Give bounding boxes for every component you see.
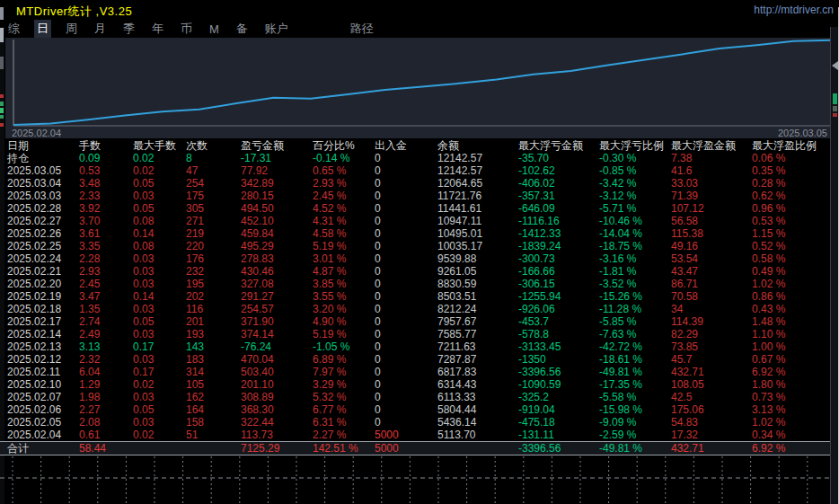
- cell-balance: 5436.14: [437, 416, 518, 429]
- cell-lots: 2.32: [79, 353, 133, 366]
- table-row[interactable]: 2025.02.263.610.14219459.844.58 %010495.…: [5, 227, 832, 240]
- table-row[interactable]: 2025.02.116.040.17314503.407.97 %06817.8…: [5, 366, 832, 378]
- cell-mfl: -926.06: [518, 303, 599, 315]
- cell-pnl: -76.24: [241, 340, 313, 353]
- cell-mfpp: 0.86 %: [752, 290, 832, 303]
- table-row[interactable]: 2025.02.071.980.03162308.895.32 %06113.3…: [5, 391, 832, 403]
- table-row[interactable]: 2025.02.142.490.03193374.145.19 %07585.7…: [5, 328, 832, 340]
- cell-mflp: -3.16 %: [599, 252, 671, 265]
- cell-mfp: 175.06: [671, 403, 752, 416]
- cell-mflp: -15.26 %: [599, 290, 671, 303]
- cell-mfpp: 0.35 %: [752, 164, 832, 177]
- table-row[interactable]: 2025.02.172.740.05201371.904.90 %07957.6…: [5, 315, 832, 328]
- table-row[interactable]: 2025.02.052.080.03158322.446.31 %05436.1…: [5, 416, 832, 429]
- cell-cash: 0: [375, 328, 437, 340]
- cell-max_lots: 0.17: [133, 366, 186, 378]
- header-grid: 日期手数最大手数次数盈亏金额百分比%出入金余额最大浮亏金额最大浮亏比例最大浮盈金…: [5, 139, 832, 152]
- table-row[interactable]: 2025.02.101.290.02105201.103.29 %06314.4…: [5, 378, 832, 391]
- table-row[interactable]: 2025.02.193.470.14202291.273.55 %08503.5…: [5, 290, 832, 303]
- menu-tab-M[interactable]: M: [207, 22, 222, 37]
- cell-max_lots: 0.05: [133, 315, 186, 328]
- menu-tab-周[interactable]: 周: [63, 20, 80, 38]
- table-row[interactable]: 2025.03.043.480.05254342.892.93 %012064.…: [5, 177, 832, 190]
- cell-pnl: 113.73: [241, 429, 313, 441]
- cell-pct: 3.01 %: [313, 252, 375, 265]
- menu-tab-月[interactable]: 月: [92, 20, 109, 38]
- cell-count: 8: [186, 152, 241, 164]
- cell-cash: 0: [375, 265, 437, 278]
- table-row[interactable]: 2025.02.133.130.17143-76.24-1.05 %07211.…: [5, 340, 832, 353]
- website-link[interactable]: http://mtdriver.cn: [754, 4, 834, 16]
- cell-lots: 3.92: [79, 202, 133, 215]
- cell-max_lots: 0.03: [133, 252, 186, 265]
- cell-count: 305: [186, 202, 241, 215]
- menu-tab-综[interactable]: 综: [5, 20, 22, 38]
- menu-tab-日[interactable]: 日: [34, 20, 51, 38]
- bottom-dashed-grid: [0, 455, 839, 504]
- cell-mflp: -18.61 %: [599, 353, 671, 366]
- total-cell-label: 合计: [7, 442, 79, 455]
- total-cell-count: [186, 442, 241, 455]
- column-header[interactable]: 次数: [186, 139, 241, 152]
- menu-tab-年[interactable]: 年: [149, 20, 166, 38]
- app-title: MTDriver统计 ,V3.25: [16, 4, 132, 20]
- cell-pnl: 278.83: [241, 252, 313, 265]
- column-header[interactable]: 百分比%: [313, 139, 375, 152]
- cell-balance: 7211.63: [437, 340, 518, 353]
- total-cell-pnl: 7125.29: [241, 442, 313, 455]
- column-header[interactable]: 盈亏金额: [241, 139, 313, 152]
- table-row[interactable]: 2025.02.062.270.05164368.306.77 %05804.4…: [5, 403, 832, 416]
- cell-pnl: 77.92: [241, 164, 313, 177]
- table-row[interactable]: 2025.03.032.330.03175280.152.45 %011721.…: [5, 190, 832, 202]
- cell-mfp: 54.83: [671, 416, 752, 429]
- table-row[interactable]: 2025.02.253.350.08220495.295.19 %010035.…: [5, 240, 832, 252]
- table-row[interactable]: 持仓0.090.028-17.31-0.14 %012142.57-35.70-…: [5, 152, 832, 164]
- cell-lots: 6.04: [79, 366, 133, 378]
- column-header[interactable]: 手数: [79, 139, 133, 152]
- cell-pnl: 254.57: [241, 303, 313, 315]
- column-header[interactable]: 出入金: [375, 139, 437, 152]
- column-header[interactable]: 余额: [437, 139, 518, 152]
- column-header[interactable]: 最大浮盈比例: [752, 139, 832, 152]
- table-row[interactable]: 2025.02.283.920.05305494.504.52 %011441.…: [5, 202, 832, 215]
- table-row[interactable]: 2025.02.040.610.0251113.732.27 %50005113…: [5, 429, 832, 441]
- total-cell-cash: 5000: [375, 442, 437, 455]
- cell-lots: 2.74: [79, 315, 133, 328]
- cell-date: 2025.02.17: [7, 315, 79, 328]
- cell-mfp: 33.03: [671, 177, 752, 190]
- table-row[interactable]: 2025.03.050.530.024777.920.65 %012142.57…: [5, 164, 832, 177]
- table-row[interactable]: 2025.02.212.930.03232430.464.87 %09261.0…: [5, 265, 832, 278]
- column-header[interactable]: 日期: [7, 139, 79, 152]
- menu-tab-账户[interactable]: 账户: [262, 20, 291, 38]
- cell-date: 2025.02.05: [7, 416, 79, 429]
- menu-tab-币[interactable]: 币: [178, 20, 195, 38]
- cell-cash: 0: [375, 164, 437, 177]
- cell-pct: 2.45 %: [313, 190, 375, 202]
- column-header[interactable]: 最大浮盈金额: [671, 139, 752, 152]
- cell-mfl: -919.04: [518, 403, 599, 416]
- table-row[interactable]: 2025.02.273.700.08271452.104.31 %010947.…: [5, 215, 832, 227]
- cell-mfp: 108.05: [671, 378, 752, 391]
- column-header[interactable]: 最大浮亏比例: [599, 139, 671, 152]
- cell-balance: 5804.44: [437, 403, 518, 416]
- table-row[interactable]: 2025.02.181.350.03116254.573.20 %08212.2…: [5, 303, 832, 315]
- cell-balance: 6113.33: [437, 391, 518, 403]
- cell-date: 持仓: [7, 152, 79, 164]
- cell-mflp: -49.81 %: [599, 366, 671, 378]
- table-row[interactable]: 2025.02.122.320.03183470.046.89 %07287.8…: [5, 353, 832, 366]
- cell-pct: 3.20 %: [313, 303, 375, 315]
- cell-balance: 10947.11: [437, 215, 518, 227]
- cell-balance: 6314.43: [437, 378, 518, 391]
- cell-mfp: 53.54: [671, 252, 752, 265]
- menu-tab-季[interactable]: 季: [120, 20, 137, 38]
- column-header[interactable]: 最大手数: [133, 139, 186, 152]
- table-row[interactable]: 2025.02.202.450.03195327.083.85 %08830.5…: [5, 278, 832, 290]
- edge-mark: [0, 102, 4, 106]
- menu-tab-备[interactable]: 备: [234, 20, 251, 38]
- table-row[interactable]: 2025.02.242.280.03176278.833.01 %09539.8…: [5, 252, 832, 265]
- menu-tab-path[interactable]: 路径: [348, 20, 376, 38]
- column-header[interactable]: 最大浮亏金额: [518, 139, 599, 152]
- cell-count: 143: [186, 340, 241, 353]
- cell-mfpp: 0.28 %: [752, 177, 832, 190]
- edge-mark: [0, 57, 4, 69]
